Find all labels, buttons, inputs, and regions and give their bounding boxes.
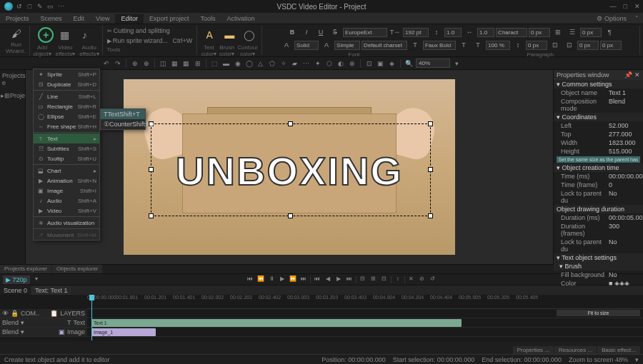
scale-y[interactable] <box>477 28 494 37</box>
maximize-button[interactable]: □ <box>624 3 627 10</box>
simple-select[interactable] <box>334 41 360 50</box>
tab-tools[interactable]: Tools <box>194 14 221 24</box>
same-size-button[interactable]: Set the same size as the parent has <box>557 156 640 163</box>
menu-item-duplicate[interactable]: ⊡DuplicateShift+D <box>34 79 99 89</box>
font-select[interactable] <box>343 28 387 37</box>
redo-icon[interactable]: ↷ <box>113 59 122 68</box>
pin-icon[interactable]: 📌 ✕ <box>624 71 640 79</box>
track-image[interactable]: Blend▾▣Image Image_1 <box>0 328 643 337</box>
scale-x[interactable] <box>444 28 462 37</box>
tab-projects[interactable]: Projects <box>0 14 35 24</box>
px-input[interactable] <box>529 28 550 37</box>
objects-explorer-tab[interactable]: Objects explorer <box>52 265 102 273</box>
resolution-indicator[interactable]: ▶ 720p <box>3 275 30 284</box>
forward-icon[interactable]: ⏩ <box>289 275 297 284</box>
qa-icon[interactable]: □ <box>26 3 34 10</box>
menu-item-line[interactable]: ╱LineShift+L <box>34 91 99 101</box>
qa-undo-icon[interactable]: ↺ <box>16 3 23 10</box>
projects-explorer-tab[interactable]: Projects explorer <box>0 265 51 273</box>
clip-text[interactable]: Text 1 <box>91 319 462 327</box>
pause-icon[interactable]: ⏸ <box>267 275 276 284</box>
run-wizard-icon[interactable]: 🖌 <box>7 26 26 41</box>
playhead[interactable] <box>91 295 92 340</box>
resize-handle[interactable] <box>428 121 433 126</box>
rewind-icon[interactable]: ⏪ <box>256 275 265 284</box>
text-tab[interactable]: Text: Text 1 <box>31 286 71 295</box>
qa-icon[interactable]: ▭ <box>47 3 54 10</box>
status-dropdown-icon[interactable]: ▾ <box>635 356 639 363</box>
menu-item-animation[interactable]: ▶AnimationShift+N <box>34 176 99 186</box>
basic-effects-tab[interactable]: Basic effect... <box>597 346 640 354</box>
audio-effects-button[interactable]: ♪ <box>75 26 94 44</box>
resize-handle[interactable] <box>149 213 154 218</box>
play-icon[interactable]: ▶ <box>278 275 286 284</box>
menu-item-image[interactable]: ▣ImageShift+I <box>34 186 99 196</box>
menu-item-video[interactable]: ▶VideoShift+V <box>34 206 99 216</box>
brush-color-button[interactable]: ▬ <box>220 26 239 44</box>
menu-item-text[interactable]: TText▸ <box>34 133 99 143</box>
run-sprite-wizard[interactable]: ▶ Run sprite wizard... Ctrl+W <box>107 37 193 44</box>
clip-image[interactable]: Image_1 <box>91 328 156 336</box>
tracking-input[interactable] <box>486 41 510 50</box>
qa-icon[interactable]: ⋯ <box>57 3 64 10</box>
zoom-icon[interactable]: 🔍 <box>404 59 414 68</box>
charset-select[interactable] <box>362 41 407 50</box>
submenu-item-counter[interactable]: ①CounterShift+O <box>101 119 145 129</box>
resize-handle[interactable] <box>428 167 433 172</box>
contour-color-button[interactable]: ◯ <box>240 26 259 44</box>
solid-select[interactable] <box>294 41 319 50</box>
collapse-ribbon-icon[interactable]: ˄ <box>631 15 643 22</box>
underline-icon[interactable]: U <box>314 26 327 39</box>
tab-scenes[interactable]: Scenes <box>35 14 68 24</box>
creation-section[interactable]: ▾ Object creation time <box>554 163 643 172</box>
bold-icon[interactable]: B <box>286 26 299 39</box>
menu-item-audio-visualization[interactable]: ≋Audio visualization <box>34 218 99 228</box>
menu-item-chart[interactable]: ⬓Chart▸ <box>34 166 99 176</box>
options-button[interactable]: ⚙ Options <box>592 15 631 22</box>
resize-handle[interactable] <box>149 167 154 172</box>
tab-edit[interactable]: Edit <box>68 14 91 24</box>
tab-view[interactable]: View <box>90 14 115 24</box>
minimize-button[interactable]: — <box>610 3 617 10</box>
resize-handle[interactable] <box>288 213 293 218</box>
textobj-section[interactable]: ▾ Text object settings <box>554 253 643 262</box>
brush-section[interactable]: ▾ Brush <box>554 262 643 271</box>
submenu-item-text[interactable]: TTextShift+T <box>101 109 145 119</box>
list-icon[interactable]: ☰ <box>566 26 579 39</box>
goto-end-icon[interactable]: ⏭ <box>299 275 308 284</box>
timeline-ruler[interactable]: 00:00:00.00000:01.00100:01.20100:01.4010… <box>87 295 643 309</box>
resize-handle[interactable] <box>428 213 433 218</box>
tab-activation[interactable]: Activation <box>221 14 260 24</box>
resources-tab[interactable]: Resources ... <box>554 346 597 354</box>
font-size-input[interactable] <box>403 28 429 37</box>
menu-item-rectangle[interactable]: ▭RectangleShift+R <box>34 101 99 111</box>
resize-handle[interactable] <box>288 121 293 126</box>
horiz-text-icon[interactable]: T↔ <box>389 26 402 39</box>
text-color-button[interactable]: A <box>200 26 219 44</box>
project-tree-root[interactable]: ▸⊞ Proje <box>1 89 24 102</box>
zoom-input[interactable] <box>416 59 450 68</box>
menu-item-free-shape[interactable]: ～Free shapeShift+H <box>34 121 99 131</box>
track-text[interactable]: Blend▾TText Text 1 <box>0 318 643 328</box>
align-icon[interactable]: ⊞ <box>552 26 564 39</box>
menu-item-movement[interactable]: ↗MovementShift+M <box>34 230 99 240</box>
menu-item-audio[interactable]: ♪AudioShift+A <box>34 196 99 206</box>
tab-editor[interactable]: Editor <box>115 13 144 24</box>
menu-item-sprite[interactable]: ✦SpriteShift+P <box>34 69 99 79</box>
video-effects-button[interactable]: ▦ <box>55 26 74 44</box>
italic-icon[interactable]: I <box>300 26 313 39</box>
charact-select[interactable] <box>496 28 527 37</box>
properties-tab[interactable]: Properties ... <box>513 346 554 354</box>
common-section[interactable]: ▾ Common settings <box>554 80 643 89</box>
menu-item-ellipse[interactable]: ◯EllipseShift+E <box>34 111 99 121</box>
scene-tab[interactable]: Scene 0 <box>0 286 31 295</box>
text-selection-box[interactable] <box>151 123 431 216</box>
close-button[interactable]: ✕ <box>634 3 640 10</box>
menu-item-tooltip[interactable]: ⊙TooltipShift+U <box>34 153 99 163</box>
add-object-button[interactable]: + <box>38 27 54 43</box>
tab-export[interactable]: Export project <box>144 14 195 24</box>
faux-bold[interactable] <box>423 41 456 50</box>
undo-icon[interactable]: ↶ <box>101 59 111 68</box>
qa-icon[interactable]: ✎ <box>36 3 44 10</box>
strike-icon[interactable]: S̶ <box>329 26 342 39</box>
